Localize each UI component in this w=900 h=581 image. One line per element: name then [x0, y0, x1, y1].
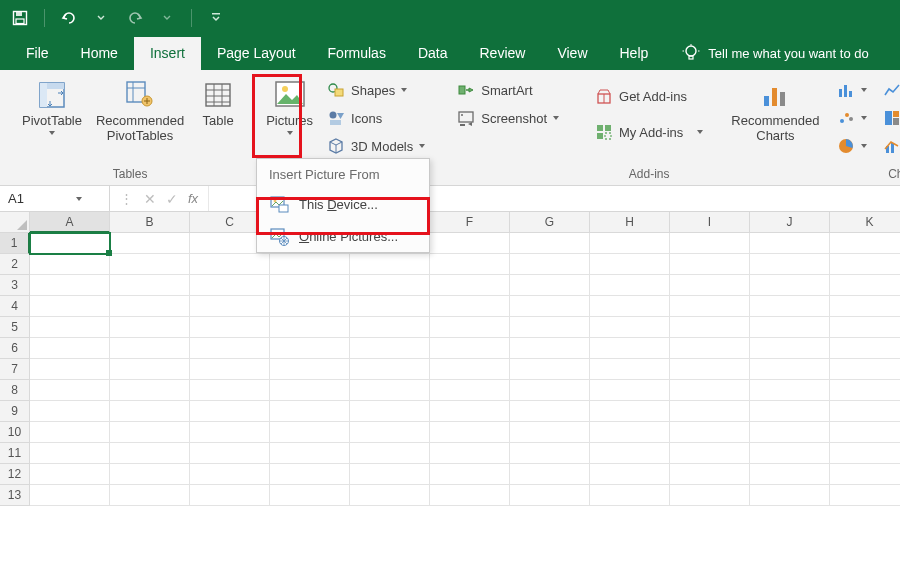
column-header[interactable]: F	[430, 212, 510, 233]
cell[interactable]	[510, 275, 590, 296]
cell[interactable]	[30, 422, 110, 443]
column-header[interactable]: K	[830, 212, 900, 233]
row-header[interactable]: 10	[0, 422, 30, 443]
cell[interactable]	[430, 422, 510, 443]
cell[interactable]	[590, 359, 670, 380]
cell[interactable]	[670, 422, 750, 443]
cell[interactable]	[30, 254, 110, 275]
pictures-button[interactable]: Pictures	[262, 76, 317, 135]
cell[interactable]	[670, 443, 750, 464]
cell[interactable]	[750, 296, 830, 317]
cell[interactable]	[110, 317, 190, 338]
cell[interactable]	[30, 317, 110, 338]
cell[interactable]	[590, 296, 670, 317]
cell[interactable]	[670, 485, 750, 506]
3d-models-button[interactable]: 3D Models	[323, 134, 429, 158]
cell[interactable]	[430, 485, 510, 506]
cell[interactable]	[30, 380, 110, 401]
cell[interactable]	[110, 233, 190, 254]
cell[interactable]	[590, 464, 670, 485]
row-header[interactable]: 11	[0, 443, 30, 464]
formula-bar-expand[interactable]: ⋮	[120, 191, 134, 206]
cell[interactable]	[510, 254, 590, 275]
cell[interactable]	[270, 317, 350, 338]
cell[interactable]	[350, 338, 430, 359]
cell[interactable]	[670, 401, 750, 422]
cell[interactable]	[190, 275, 270, 296]
cell[interactable]	[750, 275, 830, 296]
undo-button[interactable]	[57, 6, 81, 30]
smartart-button[interactable]: SmartArt	[453, 78, 563, 102]
cell[interactable]	[30, 338, 110, 359]
tab-data[interactable]: Data	[402, 37, 464, 70]
insert-function-button[interactable]: fx	[188, 191, 198, 206]
cell[interactable]	[750, 464, 830, 485]
cell[interactable]	[830, 443, 900, 464]
cell[interactable]	[830, 275, 900, 296]
cell[interactable]	[510, 233, 590, 254]
tab-page-layout[interactable]: Page Layout	[201, 37, 312, 70]
cell[interactable]	[430, 233, 510, 254]
cell[interactable]	[110, 254, 190, 275]
cell[interactable]	[270, 485, 350, 506]
row-header[interactable]: 6	[0, 338, 30, 359]
column-header[interactable]: J	[750, 212, 830, 233]
cell[interactable]	[110, 422, 190, 443]
cell[interactable]	[830, 359, 900, 380]
cell[interactable]	[350, 380, 430, 401]
cell[interactable]	[190, 464, 270, 485]
cell[interactable]	[190, 380, 270, 401]
cell[interactable]	[750, 443, 830, 464]
cell[interactable]	[670, 233, 750, 254]
cell[interactable]	[110, 464, 190, 485]
select-all-corner[interactable]	[0, 212, 30, 233]
cell[interactable]	[670, 464, 750, 485]
cell[interactable]	[430, 317, 510, 338]
cell[interactable]	[190, 359, 270, 380]
customize-qat-button[interactable]	[204, 6, 228, 30]
cell[interactable]	[510, 317, 590, 338]
cell[interactable]	[350, 401, 430, 422]
cell[interactable]	[270, 275, 350, 296]
cell[interactable]	[270, 254, 350, 275]
cell[interactable]	[110, 359, 190, 380]
cell[interactable]	[590, 401, 670, 422]
my-addins-button[interactable]: My Add-ins	[591, 120, 707, 144]
cell[interactable]	[430, 296, 510, 317]
cell[interactable]	[510, 401, 590, 422]
cell[interactable]	[830, 380, 900, 401]
cell[interactable]	[190, 401, 270, 422]
cell[interactable]	[510, 422, 590, 443]
cell[interactable]	[590, 380, 670, 401]
cell[interactable]	[190, 317, 270, 338]
cell[interactable]	[750, 317, 830, 338]
cell[interactable]	[670, 338, 750, 359]
tab-review[interactable]: Review	[464, 37, 542, 70]
cell[interactable]	[110, 485, 190, 506]
cell[interactable]	[30, 275, 110, 296]
cell[interactable]	[830, 338, 900, 359]
cell[interactable]	[590, 443, 670, 464]
cell[interactable]	[110, 338, 190, 359]
cell[interactable]	[670, 317, 750, 338]
treemap-chart-button[interactable]	[879, 106, 900, 130]
column-header[interactable]: H	[590, 212, 670, 233]
cell[interactable]	[30, 296, 110, 317]
column-header[interactable]: B	[110, 212, 190, 233]
cell[interactable]	[350, 317, 430, 338]
chevron-down-icon[interactable]	[76, 197, 82, 201]
cell[interactable]	[590, 422, 670, 443]
row-header[interactable]: 5	[0, 317, 30, 338]
cell[interactable]	[830, 233, 900, 254]
cell[interactable]	[270, 359, 350, 380]
cell[interactable]	[430, 380, 510, 401]
cell[interactable]	[750, 422, 830, 443]
undo-split-button[interactable]	[89, 6, 113, 30]
bar-chart-button[interactable]	[833, 78, 871, 102]
tab-home[interactable]: Home	[65, 37, 134, 70]
cell[interactable]	[670, 275, 750, 296]
cell[interactable]	[830, 422, 900, 443]
cell[interactable]	[510, 443, 590, 464]
cell[interactable]	[350, 464, 430, 485]
cell[interactable]	[270, 296, 350, 317]
